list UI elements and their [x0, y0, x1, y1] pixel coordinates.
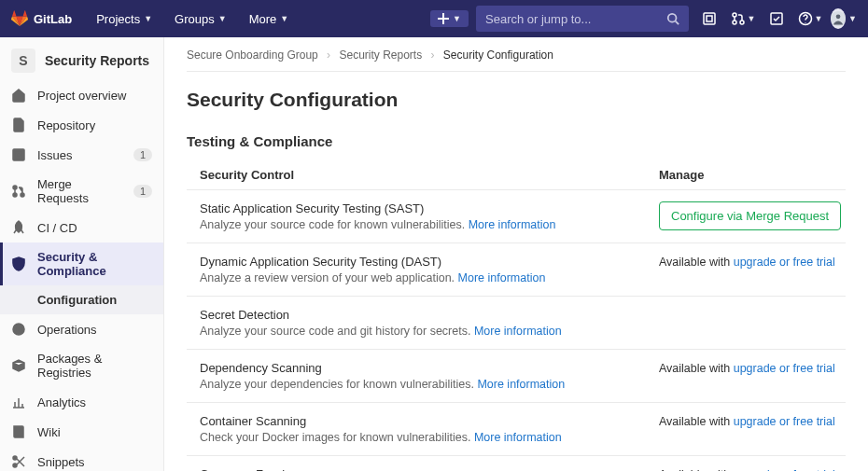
- help-icon[interactable]: ▼: [797, 11, 823, 26]
- control-description: Analyze a review version of your web app…: [200, 271, 659, 284]
- chart-icon: [11, 395, 26, 409]
- sidebar-context[interactable]: S Security Reports: [0, 41, 163, 80]
- sidebar-item-cicd[interactable]: CI / CD: [0, 213, 163, 242]
- breadcrumb-item[interactable]: Security Reports: [339, 48, 422, 62]
- project-sidebar: S Security Reports Project overview Repo…: [0, 37, 164, 471]
- security-control-row: Secret DetectionAnalyze your source code…: [187, 296, 846, 349]
- control-title: Secret Detection: [200, 308, 659, 322]
- todos-icon[interactable]: [763, 11, 790, 26]
- control-description: Check your Docker images for known vulne…: [200, 431, 659, 444]
- section-heading: Testing & Compliance: [187, 133, 846, 149]
- svg-point-13: [13, 193, 17, 197]
- svg-point-17: [13, 456, 17, 460]
- configure-merge-request-button[interactable]: Configure via Merge Request: [659, 201, 841, 230]
- breadcrumb-current: Security Configuration: [443, 48, 553, 62]
- global-search[interactable]: [476, 6, 689, 32]
- col-manage: Manage: [659, 168, 846, 182]
- chevron-down-icon: ▼: [453, 14, 461, 23]
- breadcrumb: Secure Onboarding Group › Security Repor…: [187, 48, 846, 72]
- book-icon: [11, 424, 26, 439]
- security-control-row: Dependency ScanningAnalyze your dependen…: [187, 349, 846, 402]
- more-information-link[interactable]: More information: [474, 431, 562, 444]
- chevron-down-icon: ▼: [218, 14, 227, 23]
- sidebar-item-snippets[interactable]: Snippets: [0, 447, 163, 471]
- more-information-link[interactable]: More information: [458, 271, 546, 284]
- package-icon: [11, 358, 26, 373]
- sidebar-subitem-configuration[interactable]: Configuration: [0, 285, 163, 314]
- user-avatar: [831, 8, 846, 29]
- plus-icon: [438, 13, 449, 24]
- chevron-down-icon: ▼: [144, 14, 152, 23]
- sidebar-item-overview[interactable]: Project overview: [0, 80, 163, 110]
- sidebar-item-packages[interactable]: Packages & Registries: [0, 344, 163, 387]
- more-information-link[interactable]: More information: [477, 378, 565, 391]
- gitlab-logo[interactable]: GitLab: [11, 10, 72, 27]
- home-icon: [11, 88, 26, 103]
- sidebar-item-operations[interactable]: Operations: [0, 314, 163, 344]
- project-avatar: S: [11, 48, 35, 73]
- control-title: Static Application Security Testing (SAS…: [200, 201, 659, 215]
- control-description: Analyze your source code and git history…: [200, 325, 659, 338]
- svg-point-12: [13, 186, 17, 189]
- available-with-text: Available with upgrade or free trial: [659, 415, 835, 428]
- chevron-down-icon: ▼: [748, 14, 756, 23]
- operations-icon: [11, 322, 26, 337]
- sidebar-item-merge-requests[interactable]: Merge Requests 1: [0, 170, 163, 213]
- chevron-down-icon: ▼: [280, 14, 288, 23]
- shield-icon: [11, 256, 26, 271]
- available-with-text: Available with upgrade or free trial: [659, 362, 835, 375]
- available-with-text: Available with upgrade or free trial: [659, 256, 835, 269]
- control-title: Dependency Scanning: [200, 361, 659, 375]
- tanuki-icon: [11, 10, 28, 27]
- security-control-row: Static Application Security Testing (SAS…: [187, 189, 846, 242]
- sidebar-item-wiki[interactable]: Wiki: [0, 417, 163, 447]
- top-navbar: GitLab Projects▼ Groups▼ More▼ ▼ ▼ ▼ ▼: [0, 0, 868, 37]
- search-input[interactable]: [485, 12, 666, 26]
- svg-point-9: [836, 14, 841, 19]
- more-information-link[interactable]: More information: [469, 218, 556, 231]
- breadcrumb-item[interactable]: Secure Onboarding Group: [187, 48, 318, 62]
- issues-shortcut-icon[interactable]: [696, 11, 722, 26]
- page-title: Security Configuration: [187, 89, 846, 111]
- control-description: Analyze your dependencies for known vuln…: [200, 378, 659, 391]
- control-title: Dynamic Application Security Testing (DA…: [200, 255, 659, 269]
- nav-more[interactable]: More▼: [242, 12, 297, 26]
- issues-count-badge: 1: [133, 148, 152, 161]
- issues-icon: [11, 147, 26, 162]
- control-title: Coverage Fuzzing: [200, 467, 659, 471]
- create-new-button[interactable]: ▼: [430, 10, 469, 27]
- svg-rect-11: [17, 153, 21, 158]
- control-title: Container Scanning: [200, 414, 659, 428]
- col-security-control: Security Control: [187, 168, 659, 182]
- merge-requests-shortcut-icon[interactable]: ▼: [730, 11, 756, 26]
- upgrade-link[interactable]: upgrade or free trial: [734, 362, 835, 375]
- scissors-icon: [11, 454, 26, 469]
- table-header: Security Control Manage: [187, 160, 846, 189]
- svg-point-3: [733, 13, 736, 17]
- sidebar-item-analytics[interactable]: Analytics: [0, 387, 163, 417]
- doc-icon: [11, 118, 26, 132]
- brand-text: GitLab: [34, 12, 72, 26]
- nav-groups[interactable]: Groups▼: [167, 12, 234, 26]
- sidebar-item-issues[interactable]: Issues 1: [0, 140, 163, 170]
- security-control-row: Dynamic Application Security Testing (DA…: [187, 242, 846, 296]
- upgrade-link[interactable]: upgrade or free trial: [734, 415, 835, 428]
- svg-rect-2: [707, 16, 712, 21]
- user-menu[interactable]: ▼: [831, 8, 857, 29]
- sidebar-item-repository[interactable]: Repository: [0, 110, 163, 140]
- security-control-row: Coverage FuzzingFind bugs in your code w…: [187, 455, 846, 471]
- search-icon: [666, 12, 679, 25]
- svg-point-0: [668, 14, 677, 22]
- more-information-link[interactable]: More information: [474, 325, 562, 338]
- project-name: Security Reports: [45, 53, 149, 68]
- svg-point-4: [733, 21, 736, 24]
- chevron-down-icon: ▼: [848, 14, 857, 23]
- svg-point-16: [17, 327, 21, 331]
- nav-projects[interactable]: Projects▼: [89, 12, 160, 26]
- control-description: Analyze your source code for known vulne…: [200, 218, 659, 231]
- svg-point-14: [21, 193, 24, 197]
- upgrade-link[interactable]: upgrade or free trial: [734, 256, 835, 269]
- svg-rect-1: [704, 13, 715, 24]
- sidebar-item-security[interactable]: Security & Compliance: [0, 242, 163, 285]
- mr-count-badge: 1: [133, 185, 152, 198]
